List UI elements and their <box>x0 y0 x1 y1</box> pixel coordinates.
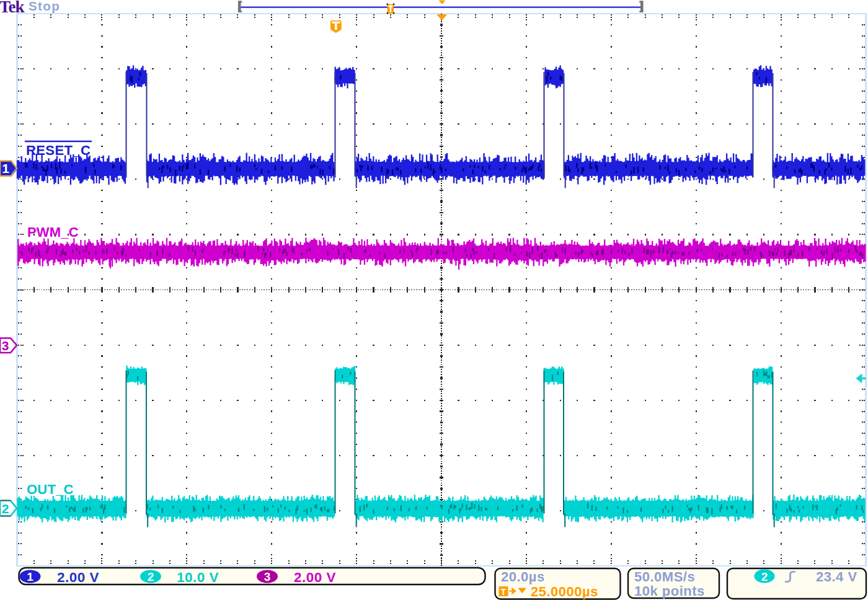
svg-text:10.0 V: 10.0 V <box>177 570 219 585</box>
svg-text:25.0000µs: 25.0000µs <box>531 584 598 599</box>
svg-text:2: 2 <box>148 570 154 583</box>
svg-text:20.0µs: 20.0µs <box>501 569 545 585</box>
svg-text:2.00 V: 2.00 V <box>57 570 99 585</box>
svg-text:PWM_C: PWM_C <box>27 224 79 240</box>
svg-text:OUT_C: OUT_C <box>27 482 74 497</box>
svg-text:3: 3 <box>2 338 9 353</box>
svg-text:T: T <box>501 587 507 597</box>
svg-text:50.0MS/s: 50.0MS/s <box>634 569 695 585</box>
svg-text:1: 1 <box>27 570 33 583</box>
svg-text:23.4 V: 23.4 V <box>816 569 857 585</box>
svg-text:2: 2 <box>2 501 9 516</box>
svg-text:1: 1 <box>2 161 9 175</box>
svg-text:2.00 V: 2.00 V <box>294 570 336 585</box>
svg-text:3: 3 <box>264 570 271 583</box>
svg-text:2: 2 <box>761 570 768 583</box>
svg-text:RESET_C: RESET_C <box>26 143 91 158</box>
svg-text:Tek: Tek <box>0 0 25 16</box>
svg-text:10k points: 10k points <box>634 583 705 599</box>
svg-text:Stop: Stop <box>29 0 60 13</box>
